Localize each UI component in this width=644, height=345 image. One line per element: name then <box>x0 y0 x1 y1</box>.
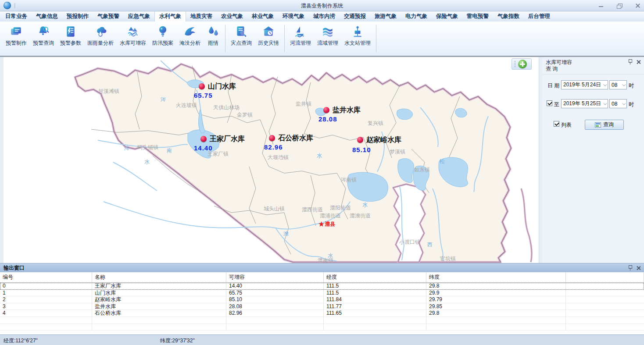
basin-mgmt-button[interactable]: 流域管理 <box>314 24 341 48</box>
table-row-empty[interactable] <box>0 317 644 324</box>
disaster-point-query-button[interactable]: 灾点查询 <box>228 24 255 48</box>
hydro-station-icon <box>351 25 364 38</box>
close-panel-icon[interactable] <box>636 60 641 64</box>
table-cell <box>226 317 324 324</box>
hour-to-select[interactable]: 08 <box>609 99 627 108</box>
column-header[interactable]: 经度 <box>324 272 426 282</box>
date-to-select[interactable]: 2019年 5月25日 <box>561 99 608 108</box>
to-checkbox[interactable] <box>547 100 552 106</box>
tab-traffic-forecast[interactable]: 交通预报 <box>340 11 370 21</box>
chevron-down-icon <box>622 101 626 105</box>
areal-rain-analysis-button[interactable]: 面雨量分析 <box>84 24 117 48</box>
flood-plan-button[interactable]: 防汛预案 <box>149 24 176 48</box>
river-char: 西 <box>427 241 433 249</box>
table-row[interactable]: 0 王家厂水库 14.40 111.5 29.8 <box>0 283 644 290</box>
tab-env-weather[interactable]: 环境气象 <box>278 11 309 21</box>
reservoir-capacity-button[interactable]: 水库可增容 <box>117 24 149 48</box>
tab-emergency-weather[interactable]: 应急气象 <box>124 11 154 21</box>
star-icon: ★ <box>318 220 325 228</box>
table-row[interactable]: 4 石公桥水库 82.96 111.65 29.8 <box>0 310 644 317</box>
column-header[interactable]: 编号 <box>0 272 92 282</box>
rain-info-button[interactable]: 雨情 <box>204 24 223 48</box>
table-cell <box>426 317 566 324</box>
table-cell <box>566 283 644 289</box>
tab-forecast-make[interactable]: 预报制作 <box>62 11 93 21</box>
tab-agri-weather[interactable]: 农业气象 <box>217 11 247 21</box>
tab-insurance-weather[interactable]: 保险气象 <box>432 11 462 21</box>
disaster-history-button[interactable]: 历史灾情 <box>255 24 282 48</box>
table-row-empty[interactable] <box>0 324 644 331</box>
tab-daily-ops[interactable]: 日常业务 <box>1 11 32 21</box>
window-title: 澧县业务制作系统 <box>0 2 644 10</box>
table-cell: 石公桥水库 <box>92 310 226 317</box>
map-mini-toolbar <box>512 58 532 70</box>
reservoir-marker[interactable] <box>323 107 329 113</box>
table-cell <box>0 324 92 331</box>
tab-lightning-warning[interactable]: 雷电预警 <box>462 11 493 21</box>
tab-geo-disaster[interactable]: 地质灾害 <box>186 11 217 21</box>
hydro-station-mgmt-button[interactable]: 水文站管理 <box>341 24 374 48</box>
table-row[interactable]: 2 赵家峪水库 85.10 111.84 29.79 <box>0 296 644 303</box>
inundation-analysis-button[interactable]: 淹没分析 <box>176 24 204 48</box>
pin-icon[interactable] <box>628 265 632 270</box>
panel-splitter[interactable] <box>539 57 542 263</box>
tab-power-weather[interactable]: 电力气象 <box>401 11 432 21</box>
status-latitude: 纬度:29°37'32" <box>160 337 195 345</box>
map-town-label: 复兴镇 <box>368 120 383 127</box>
toolbar-label: 河流管理 <box>290 39 311 47</box>
map-town-label: 码头铺镇 <box>137 144 158 151</box>
drag-grip-icon[interactable] <box>514 60 516 68</box>
reservoir-marker[interactable] <box>269 135 275 141</box>
river-char: 松 <box>440 158 445 165</box>
close-output-icon[interactable] <box>636 266 641 270</box>
table-cell: 山门水库 <box>92 290 226 296</box>
warning-make-button[interactable]: 预警制作 <box>3 24 30 48</box>
table-row[interactable]: 1 山门水库 65.75 111.5 29.9 <box>0 290 644 297</box>
warning-params-button[interactable]: 预警参数 <box>57 24 84 48</box>
warning-make-icon <box>10 25 23 38</box>
table-cell: 14.40 <box>226 283 324 289</box>
panel-body: 日 期 2019年 5月24日 08 时 至 2019年 5月25日 08 时 <box>542 75 644 263</box>
output-title: 输出窗口 <box>4 264 25 272</box>
panel-title-line2: 查 询 <box>546 66 640 72</box>
reservoir-marker[interactable] <box>199 83 205 89</box>
column-header-filler <box>566 272 644 282</box>
reservoir-marker[interactable] <box>357 137 363 143</box>
tab-hydro-weather[interactable]: 水利气象 <box>154 11 186 21</box>
output-table: 编号 名称 可增容 经度 纬度 0 王家厂水库 14.40 111.5 29.8… <box>0 272 644 334</box>
close-button[interactable] <box>634 3 641 9</box>
tab-forestry-weather[interactable]: 林业气象 <box>247 11 278 21</box>
tab-tourism-weather[interactable]: 旅游气象 <box>370 11 401 21</box>
reservoir-marker[interactable] <box>200 136 207 142</box>
status-bar: 经度:112°6'27" 纬度:29°37'32" <box>0 334 644 345</box>
table-cell: 29.8 <box>426 283 566 289</box>
column-header[interactable]: 名称 <box>92 272 226 282</box>
column-header[interactable]: 纬度 <box>426 272 566 282</box>
query-button[interactable]: 查询 <box>585 120 624 130</box>
river-mgmt-button[interactable]: 河流管理 <box>287 24 314 48</box>
pin-icon[interactable] <box>628 59 632 64</box>
warning-query-button[interactable]: 预警查询 <box>30 24 57 48</box>
table-cell <box>566 296 644 303</box>
river-char: 涔 <box>161 96 166 103</box>
date-from-select[interactable]: 2019年 5月24日 <box>561 80 608 89</box>
tab-weather-info[interactable]: 气象信息 <box>32 11 62 21</box>
table-row[interactable]: 3 盐井水库 28.08 111.77 29.85 <box>0 303 644 310</box>
tab-weather-index[interactable]: 气象指数 <box>493 11 524 21</box>
tab-weather-warning[interactable]: 气象预警 <box>93 11 124 21</box>
areal-rain-icon <box>94 25 107 38</box>
toolbar-label: 水文站管理 <box>344 39 371 47</box>
column-header[interactable]: 可增容 <box>226 272 324 282</box>
tab-urban-flood[interactable]: 城市内涝 <box>309 11 340 21</box>
hour-from-select[interactable]: 08 <box>609 80 627 89</box>
list-checkbox[interactable] <box>554 121 559 127</box>
zoom-in-button[interactable] <box>518 60 527 68</box>
river-mgmt-icon <box>294 25 307 38</box>
table-cell: 盐井水库 <box>92 303 226 310</box>
maximize-button[interactable] <box>616 3 623 9</box>
tab-backend-admin[interactable]: 后台管理 <box>524 11 555 21</box>
hour-from-value: 08 <box>612 82 617 88</box>
table-cell <box>566 310 644 317</box>
map-view[interactable]: 甘溪滩镇 火连坡镇 天供山林场 金罗镇 盐井镇 复兴镇 码头铺镇 王家厂镇 梦溪… <box>4 57 539 263</box>
minimize-button[interactable] <box>597 3 605 9</box>
